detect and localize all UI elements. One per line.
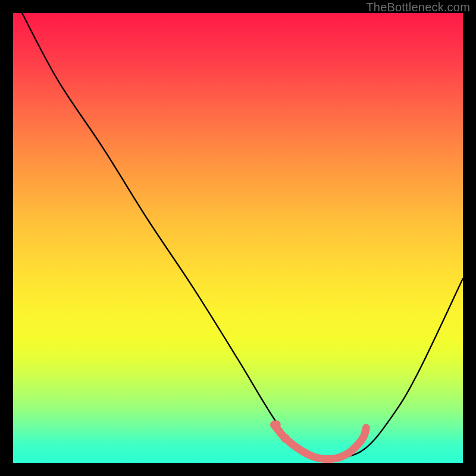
optimal-dot	[281, 434, 290, 443]
bottleneck-curve	[22, 13, 463, 459]
attribution-text: TheBottleneck.com	[366, 1, 470, 14]
optimal-dot	[272, 420, 281, 429]
chart-overlay	[13, 13, 463, 463]
optimal-segment	[274, 425, 366, 459]
